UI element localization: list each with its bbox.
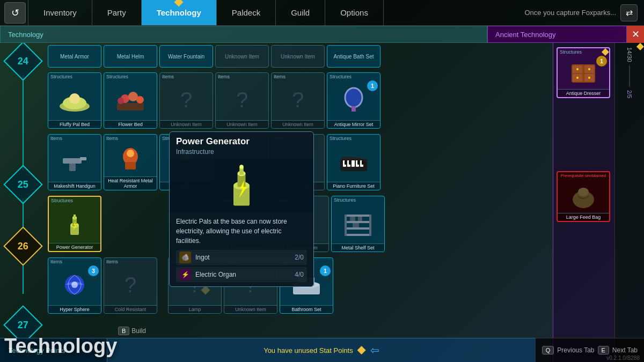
build-key: B <box>118 327 129 335</box>
icon-metal-shelf <box>342 210 374 236</box>
category-fluffy-pal-bed: Structures <box>48 73 101 79</box>
tab-paldeck[interactable]: Paldeck <box>217 0 276 25</box>
item-fluffy-pal-bed-label: Fluffy Pal Bed <box>48 120 101 128</box>
item-antique-dresser-label: Antique Dresser <box>558 89 609 97</box>
image-unknown-3: ? <box>160 79 213 120</box>
ancient-item-antique-dresser[interactable]: Structures 1 Antique Dres <box>557 47 610 98</box>
item-water-fountain-label: Water Fountain <box>160 53 213 61</box>
category-metal-shelf: Structures <box>332 196 384 203</box>
tooltip-popup: Power Generator Infrastructure Electric … <box>169 131 314 287</box>
ancient-item-large-feed-bag[interactable]: Prerequisite unobtained Large Feed Bag <box>557 171 610 222</box>
progress-main: 14/30 <box>626 47 633 62</box>
tech-item-metal-helm[interactable]: Metal Helm <box>104 45 157 68</box>
tech-item-power-generator[interactable]: Structures Power Generator <box>48 196 101 252</box>
icon-heat-armor <box>114 146 147 172</box>
icon-fluffy-pal-bed <box>58 87 91 113</box>
level-line-filler <box>23 109 24 171</box>
prev-tab-label: Previous Tab <box>557 346 594 354</box>
next-tab-key: E <box>598 346 609 354</box>
cold-resistant-icon: ? <box>125 273 136 297</box>
svg-point-62 <box>578 188 589 196</box>
material-ingot-label: Ingot <box>195 254 290 261</box>
tech-item-metal-shelf[interactable]: Structures <box>331 196 385 252</box>
tech-item-heat-armor[interactable]: Items Heat Resistant Metal Armor <box>104 134 157 190</box>
image-antique-mirror: 1 <box>327 79 380 120</box>
top-navigation: ↺ Inventory Party Technology Paldeck Gui… <box>0 0 644 26</box>
tech-item-unknown-2[interactable]: Unknown Item <box>271 45 325 68</box>
item-flower-bed-label: Flower Bed <box>104 120 157 128</box>
category-power-generator: Structures <box>49 197 100 203</box>
tech-item-metal-armor[interactable]: Metal Armor <box>48 45 101 68</box>
tab-inventory[interactable]: Inventory <box>28 0 92 25</box>
svg-rect-24 <box>352 160 355 167</box>
stat-points-arrow: ⇦ <box>370 344 379 357</box>
tech-scroll-area: 24 25 26 27 <box>0 43 644 362</box>
svg-rect-29 <box>357 160 360 165</box>
tab-guild[interactable]: Guild <box>276 0 325 25</box>
item-unknown-5-label: Unknown Item <box>272 120 324 128</box>
category-cold-resistant: Items <box>104 258 157 264</box>
tech-item-antique-mirror[interactable]: Structures 1 Antique Mirror Set <box>327 72 380 129</box>
tech-row-24a: Metal Armor Metal Helm Water Fountain Un… <box>46 43 553 70</box>
tech-item-handgun[interactable]: Items Makeshift Handgun <box>48 134 101 190</box>
level-26-number: 26 <box>17 241 28 252</box>
badge-antique-mirror: 1 <box>367 80 378 91</box>
unknown-5-icon: ? <box>292 88 304 112</box>
item-unknown-10-label: Unknown Item <box>224 305 277 313</box>
svg-rect-9 <box>352 106 356 112</box>
tab-options[interactable]: Options <box>325 0 384 25</box>
tech-item-cold-resistant[interactable]: Items ? Cold Resistant <box>104 257 157 314</box>
item-lamp-label: Lamp <box>169 305 221 313</box>
tab-party[interactable]: Party <box>92 0 142 25</box>
tech-item-unknown-5[interactable]: Items ? Unknown Item <box>271 72 325 129</box>
svg-point-14 <box>127 150 134 157</box>
ancient-technology-section-label: Ancient Technology <box>487 26 627 43</box>
material-row-ingot: 🪨 Ingot 2/0 <box>176 250 307 265</box>
tech-item-flower-bed[interactable]: Structures Flower Bed <box>104 72 157 129</box>
tech-item-water-fountain[interactable]: Water Fountain <box>159 45 213 68</box>
back-button[interactable]: ↺ <box>4 2 26 24</box>
icon-power-generator <box>58 210 91 236</box>
item-metal-armor-label: Metal Armor <box>48 53 101 61</box>
tooltip-title: Power Generator <box>170 132 313 148</box>
svg-point-2 <box>69 93 80 104</box>
tab-technology[interactable]: Technology <box>142 0 217 25</box>
tab-options-label: Options <box>340 8 368 17</box>
nav-arrow-button[interactable]: ⇄ <box>620 4 638 21</box>
svg-rect-35 <box>74 215 76 219</box>
image-fluffy-pal-bed <box>48 79 101 120</box>
close-button[interactable]: ✕ <box>627 26 644 43</box>
tech-item-hyper-sphere[interactable]: Items 3 Hyper Sphere <box>48 257 101 314</box>
category-unknown-5: Items <box>272 73 324 79</box>
tech-item-fluffy-pal-bed[interactable]: Structures Fluffy Pal Bed <box>48 72 101 129</box>
level-25-number: 25 <box>17 179 28 190</box>
version-text: v0.2.1.0/B288 <box>606 355 640 361</box>
svg-point-7 <box>118 98 124 104</box>
tech-item-unknown-1[interactable]: Unknown Item <box>215 45 269 68</box>
tab-inventory-label: Inventory <box>43 8 77 17</box>
icon-handgun <box>58 149 91 174</box>
tech-item-unknown-3[interactable]: Items ? Unknown Item <box>159 72 213 129</box>
svg-rect-15 <box>125 162 136 169</box>
material-organ-count: 4/0 <box>295 271 304 278</box>
notify-text: Once you capture Foxparks... <box>524 9 616 17</box>
tech-item-piano[interactable]: Structures <box>327 134 380 190</box>
material-ingot-count: 2/0 <box>295 254 304 261</box>
svg-point-8 <box>345 88 362 107</box>
level-row-24: 24 <box>0 47 46 109</box>
ingot-icon: 🪨 <box>179 252 191 263</box>
main-content: Technology Ancient Technology ✕ 24 25 <box>0 26 644 362</box>
item-piano-label: Piano Furniture Set <box>327 182 380 190</box>
badge-hyper-sphere: 3 <box>88 265 99 276</box>
image-power-generator <box>49 203 100 243</box>
material-row-organ: ⚡ Electric Organ 4/0 <box>176 267 307 282</box>
technology-section-label: Technology <box>0 26 487 43</box>
item-large-feed-bag-label: Large Feed Bag <box>558 213 609 221</box>
svg-rect-43 <box>350 217 355 221</box>
tech-item-unknown-4[interactable]: Items ? Unknown Item <box>215 72 269 129</box>
item-unknown-3-label: Unknown Item <box>160 120 213 128</box>
category-piano: Structures <box>327 135 380 141</box>
tooltip-materials: 🪨 Ingot 2/0 ⚡ Electric Organ 4/0 <box>170 250 313 282</box>
level-24-diamond: 24 <box>3 43 43 81</box>
tech-item-antique-bath[interactable]: Antique Bath Set <box>327 45 380 68</box>
